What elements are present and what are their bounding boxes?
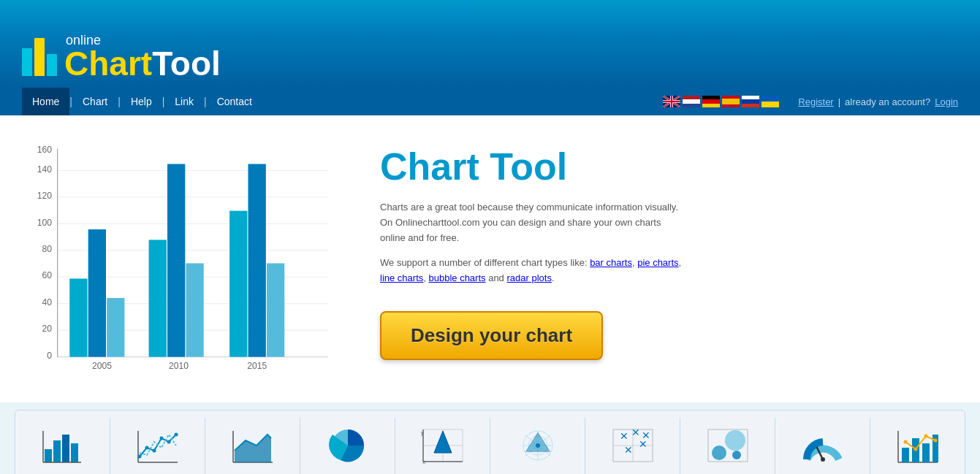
flag-ru[interactable] xyxy=(742,96,759,107)
bar-2010-3 xyxy=(186,263,203,356)
svg-point-30 xyxy=(137,455,141,459)
flag-de[interactable] xyxy=(702,96,720,107)
link-line-charts[interactable]: line charts xyxy=(380,272,423,283)
svg-rect-22 xyxy=(45,449,52,462)
svg-text:y: y xyxy=(421,429,424,436)
chart-container: 0 20 40 60 80 100 120 140 160 xyxy=(29,137,336,381)
svg-point-33 xyxy=(159,437,163,440)
bar-chart-svg: 0 20 40 60 80 100 120 140 160 xyxy=(29,145,336,370)
svg-text:140: 140 xyxy=(37,164,53,175)
chart-type-radar[interactable]: RADAR xyxy=(490,418,585,474)
svg-point-67 xyxy=(725,430,745,451)
svg-text:✕: ✕ xyxy=(642,429,650,441)
logo-text: online ChartTool xyxy=(64,34,221,80)
flag-nl[interactable] xyxy=(683,96,700,107)
flag-row xyxy=(663,96,779,107)
svg-point-31 xyxy=(145,446,148,450)
svg-marker-55 xyxy=(526,433,550,451)
svg-point-70 xyxy=(821,457,825,462)
bubble-chart-icon xyxy=(702,424,753,467)
chart-type-xy[interactable]: x y XY xyxy=(395,418,490,474)
chart-type-meter[interactable]: METER xyxy=(775,418,870,474)
svg-rect-24 xyxy=(62,435,69,462)
right-content: Chart Tool Charts are a great tool becau… xyxy=(380,137,951,360)
link-pie-charts[interactable]: pie charts xyxy=(637,257,678,268)
nav-help[interactable]: Help xyxy=(121,88,162,115)
logo-tool-part: Tool xyxy=(152,45,221,83)
svg-text:2005: 2005 xyxy=(92,361,112,370)
svg-marker-45 xyxy=(434,431,452,453)
chart-type-line[interactable]: LINE xyxy=(110,418,205,474)
svg-text:x: x xyxy=(422,459,425,464)
link-radar-plots[interactable]: radar plots xyxy=(506,272,551,283)
nav-left: Home | Chart | Help | Link | Contact xyxy=(22,88,262,115)
svg-text:160: 160 xyxy=(37,145,53,155)
bar-2005-1 xyxy=(69,278,87,356)
flag-ua[interactable] xyxy=(761,96,779,107)
register-link[interactable]: Register xyxy=(798,96,833,107)
svg-text:✕: ✕ xyxy=(620,430,628,442)
design-chart-button[interactable]: Design your chart xyxy=(380,311,603,360)
svg-text:120: 120 xyxy=(37,191,53,201)
nav-link[interactable]: Link xyxy=(164,88,204,115)
chart-type-bar[interactable]: BAR xyxy=(15,418,110,474)
navbar: Home | Chart | Help | Link | Contact xyxy=(0,88,980,115)
svg-point-35 xyxy=(174,433,178,437)
svg-text:✕: ✕ xyxy=(631,427,640,438)
svg-point-68 xyxy=(732,451,741,459)
svg-point-80 xyxy=(933,439,937,443)
bar-2015-2 xyxy=(248,164,266,357)
chart-type-strip: BAR LINE xyxy=(15,410,965,474)
login-link[interactable]: Login xyxy=(935,96,958,107)
svg-point-79 xyxy=(924,435,927,438)
radar-chart-icon xyxy=(512,424,563,467)
svg-text:0: 0 xyxy=(47,351,52,361)
nav-right: Register | already an account? Login xyxy=(663,96,958,107)
link-bubble-charts[interactable]: bubble charts xyxy=(428,272,485,283)
logo-bar-2 xyxy=(34,38,45,76)
bar-2015-1 xyxy=(229,211,247,357)
nav-contact[interactable]: Contact xyxy=(207,88,262,115)
chart-type-area[interactable]: AREA xyxy=(205,418,300,474)
main-desc-2: We support a number of different chart t… xyxy=(380,256,687,286)
chart-type-pie[interactable]: PIE xyxy=(300,418,395,474)
bar-2005-2 xyxy=(88,229,106,357)
svg-text:100: 100 xyxy=(37,218,53,228)
svg-point-56 xyxy=(536,443,540,448)
svg-text:✕: ✕ xyxy=(624,444,633,456)
svg-text:80: 80 xyxy=(42,244,52,254)
nav-chart[interactable]: Chart xyxy=(72,88,118,115)
main-desc-1: Charts are a great tool because they com… xyxy=(380,200,687,245)
svg-rect-23 xyxy=(53,440,61,462)
chart-type-scatter[interactable]: ✕ ✕ ✕ ✕ ✕ SCATTER xyxy=(585,418,680,474)
meter-chart-icon xyxy=(797,424,848,467)
flag-es[interactable] xyxy=(722,96,740,107)
logo-icon xyxy=(22,38,57,76)
bar-line-chart-icon xyxy=(892,424,943,467)
logo-bar-3 xyxy=(47,54,57,76)
header: online ChartTool xyxy=(0,0,980,88)
flag-uk[interactable] xyxy=(663,96,680,107)
auth-sep: | xyxy=(838,96,840,107)
line-chart-icon xyxy=(132,424,183,467)
svg-rect-25 xyxy=(71,443,78,462)
xy-chart-icon: x y xyxy=(417,424,468,467)
nav-home[interactable]: Home xyxy=(22,88,69,115)
main-title: Chart Tool xyxy=(380,145,951,188)
svg-text:2015: 2015 xyxy=(247,361,267,370)
bar-2010-2 xyxy=(167,164,185,357)
main-content: 0 20 40 60 80 100 120 140 160 xyxy=(0,115,980,402)
logo-area: online ChartTool xyxy=(22,34,958,88)
svg-point-32 xyxy=(152,449,156,453)
chart-type-bubble[interactable]: BUBBLE xyxy=(680,418,775,474)
svg-rect-75 xyxy=(922,443,930,462)
svg-text:60: 60 xyxy=(42,270,52,280)
pie-chart-icon xyxy=(322,424,373,467)
link-bar-charts[interactable]: bar charts xyxy=(590,257,632,268)
chart-type-bar-line[interactable]: BAR/LINE xyxy=(870,418,965,474)
svg-point-66 xyxy=(712,446,726,460)
svg-point-78 xyxy=(913,448,917,451)
scatter-chart-icon: ✕ ✕ ✕ ✕ ✕ xyxy=(607,424,658,467)
svg-rect-73 xyxy=(902,448,909,462)
bar-2015-3 xyxy=(267,263,284,356)
